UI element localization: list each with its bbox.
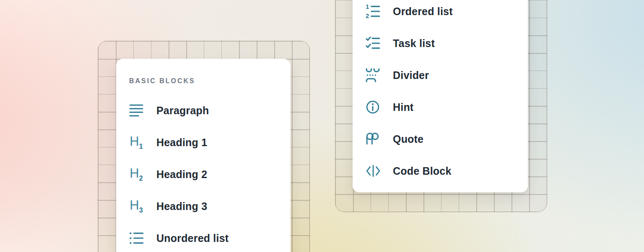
menu-item-label: Ordered list <box>393 5 453 18</box>
menu-item-quote[interactable]: Quote <box>353 123 528 155</box>
menu-item-code-block[interactable]: Code Block <box>353 155 528 187</box>
menu-item-hint[interactable]: Hint <box>353 91 528 123</box>
unordered-list-icon <box>129 231 143 245</box>
code-block-icon <box>366 164 380 178</box>
paragraph-icon <box>129 103 143 118</box>
menu-item-heading-2[interactable]: H2 Heading 2 <box>116 158 291 190</box>
menu-item-divider[interactable]: Divider <box>353 59 528 91</box>
svg-text:1: 1 <box>366 4 369 10</box>
heading-2-icon: H2 <box>129 167 143 181</box>
task-list-icon <box>366 36 380 50</box>
hint-icon <box>366 100 380 114</box>
menu-item-label: Heading 1 <box>156 136 207 149</box>
advanced-blocks-list: 12 Ordered list Task list Divider Hint Q… <box>353 0 528 187</box>
menu-item-heading-3[interactable]: H3 Heading 3 <box>116 190 291 222</box>
menu-item-heading-1[interactable]: H1 Heading 1 <box>116 126 291 158</box>
menu-item-label: Quote <box>393 133 423 145</box>
quote-icon <box>366 132 380 146</box>
basic-blocks-list: Paragraph H1 Heading 1 H2 Heading 2 H3 H… <box>116 94 291 252</box>
menu-item-task-list[interactable]: Task list <box>353 27 528 59</box>
menu-item-paragraph[interactable]: Paragraph <box>116 94 291 126</box>
menu-item-ordered-list[interactable]: 12 Ordered list <box>353 0 528 27</box>
menu-item-label: Heading 2 <box>156 168 207 181</box>
heading-3-icon: H3 <box>129 199 143 213</box>
gradient-background: BASIC BLOCKS Paragraph H1 Heading 1 H2 H… <box>0 0 644 252</box>
divider-icon <box>366 68 380 82</box>
menu-item-label: Divider <box>393 69 429 81</box>
section-label-basic-blocks: BASIC BLOCKS <box>129 76 291 86</box>
menu-item-label: Hint <box>393 101 413 113</box>
menu-item-unordered-list[interactable]: Unordered list <box>116 222 291 252</box>
menu-item-label: Unordered list <box>156 232 229 244</box>
menu-item-label: Code Block <box>393 165 452 177</box>
ordered-list-icon: 12 <box>366 4 380 18</box>
basic-blocks-menu: BASIC BLOCKS Paragraph H1 Heading 1 H2 H… <box>116 59 291 252</box>
menu-item-label: Heading 3 <box>156 200 207 213</box>
advanced-blocks-menu: 12 Ordered list Task list Divider Hint Q… <box>353 0 528 192</box>
menu-item-label: Paragraph <box>156 105 209 117</box>
svg-text:2: 2 <box>366 13 369 18</box>
menu-item-label: Task list <box>393 37 435 50</box>
heading-1-icon: H1 <box>129 135 143 150</box>
